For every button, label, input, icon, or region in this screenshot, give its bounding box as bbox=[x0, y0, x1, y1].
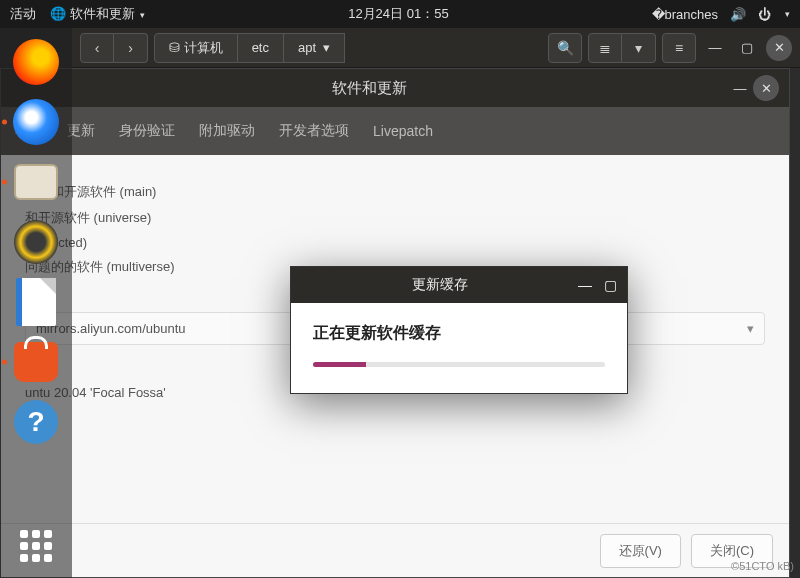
chevron-down-icon: ▾ bbox=[785, 9, 790, 19]
window-titlebar[interactable]: 软件和更新 — ✕ bbox=[1, 69, 789, 107]
tab-dev[interactable]: 开发者选项 bbox=[279, 122, 349, 140]
path-root[interactable]: 计算机 bbox=[184, 39, 223, 57]
watermark: ©51CTO kB) bbox=[731, 560, 794, 572]
path-seg-apt[interactable]: apt bbox=[298, 40, 316, 55]
activities-button[interactable]: 活动 bbox=[10, 5, 36, 23]
app-menu[interactable]: 软件和更新 ▾ bbox=[50, 5, 145, 23]
dialog-title: 更新缓存 bbox=[301, 276, 578, 294]
disk-icon: ⛁ bbox=[169, 40, 180, 55]
window-title: 软件和更新 bbox=[11, 79, 727, 98]
view-dropdown[interactable]: ▾ bbox=[622, 33, 656, 63]
dock-firefox[interactable] bbox=[10, 36, 62, 88]
dialog-titlebar[interactable]: 更新缓存 — ▢ bbox=[291, 267, 627, 303]
dock-files[interactable] bbox=[10, 156, 62, 208]
volume-icon[interactable]: 🔊 bbox=[730, 7, 746, 22]
globe-icon bbox=[50, 6, 66, 21]
power-icon[interactable]: ⏻ bbox=[758, 7, 771, 22]
top-panel: 活动 软件和更新 ▾ 12月24日 01：55 �branches 🔊 ⏻ ▾ bbox=[0, 0, 800, 28]
rhythmbox-icon bbox=[14, 220, 58, 264]
close-button[interactable]: ✕ bbox=[753, 75, 779, 101]
view-list-button[interactable]: ≣ bbox=[588, 33, 622, 63]
window-footer: 还原(V) 关闭(C) bbox=[1, 523, 789, 577]
minimize-button[interactable]: — bbox=[727, 75, 753, 101]
dock-software[interactable] bbox=[10, 336, 62, 388]
back-button[interactable]: ‹ bbox=[80, 33, 114, 63]
tab-livepatch[interactable]: Livepatch bbox=[373, 123, 433, 139]
dock: ? bbox=[0, 28, 72, 578]
tab-drivers[interactable]: 附加驱动 bbox=[199, 122, 255, 140]
chevron-down-icon: ▾ bbox=[747, 321, 754, 336]
minimize-button[interactable]: — bbox=[578, 277, 592, 293]
show-applications[interactable] bbox=[16, 526, 56, 566]
progress-fill bbox=[313, 362, 366, 367]
dock-libreoffice[interactable] bbox=[10, 276, 62, 328]
network-icon[interactable]: �branches bbox=[652, 7, 718, 22]
thunderbird-icon bbox=[13, 99, 59, 145]
close-button[interactable]: ✕ bbox=[766, 35, 792, 61]
repo-universe[interactable]: 和开源软件 (universe) bbox=[25, 209, 765, 227]
dock-thunderbird[interactable] bbox=[10, 96, 62, 148]
firefox-icon bbox=[13, 39, 59, 85]
maximize-button[interactable]: ▢ bbox=[734, 35, 760, 61]
dialog-message: 正在更新软件缓存 bbox=[313, 323, 605, 344]
tab-auth[interactable]: 身份验证 bbox=[119, 122, 175, 140]
forward-button[interactable]: › bbox=[114, 33, 148, 63]
hamburger-menu[interactable]: ≡ bbox=[662, 33, 696, 63]
clock[interactable]: 12月24日 01：55 bbox=[145, 5, 651, 23]
app-menu-label: 软件和更新 bbox=[70, 6, 135, 21]
minimize-button[interactable]: — bbox=[702, 35, 728, 61]
repo-restricted[interactable]: (restricted) bbox=[25, 235, 765, 250]
repo-main[interactable]: 免费和开源软件 (main) bbox=[25, 183, 765, 201]
path-bar[interactable]: ⛁ 计算机 etc apt ▾ bbox=[154, 33, 345, 63]
libreoffice-icon bbox=[16, 278, 56, 326]
dock-rhythmbox[interactable] bbox=[10, 216, 62, 268]
files-icon bbox=[14, 164, 58, 200]
software-icon bbox=[14, 342, 58, 382]
search-button[interactable]: 🔍 bbox=[548, 33, 582, 63]
dock-help[interactable]: ? bbox=[10, 396, 62, 448]
maximize-button[interactable]: ▢ bbox=[604, 277, 617, 293]
revert-button[interactable]: 还原(V) bbox=[600, 534, 681, 568]
help-icon: ? bbox=[14, 400, 58, 444]
file-manager-toolbar: ‹ › ⛁ 计算机 etc apt ▾ 🔍 ≣ ▾ ≡ — ▢ ✕ bbox=[72, 28, 800, 68]
path-seg-etc[interactable]: etc bbox=[238, 33, 284, 63]
progress-bar bbox=[313, 362, 605, 367]
tab-bar: 软件 更新 身份验证 附加驱动 开发者选项 Livepatch bbox=[1, 107, 789, 155]
update-cache-dialog: 更新缓存 — ▢ 正在更新软件缓存 bbox=[290, 266, 628, 394]
